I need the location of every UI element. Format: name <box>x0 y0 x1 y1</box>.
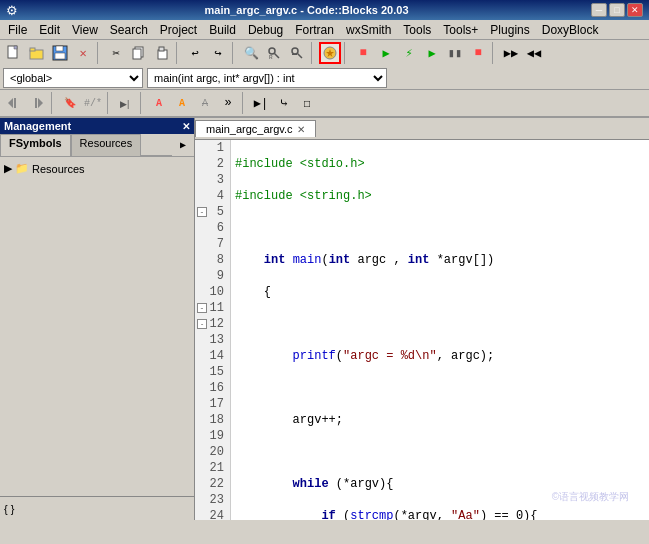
menu-wxsmith[interactable]: wxSmith <box>340 21 397 39</box>
dropdown-bar: <global> main(int argc, int* argv[]) : i… <box>0 66 649 90</box>
toolbar-row-2: 🔖 #/* ▶| A A A » ▶| ⤷ ☐ <box>0 90 649 117</box>
extra-btn2[interactable]: ⤷ <box>273 92 295 114</box>
toolbar2-sep-4 <box>242 92 247 114</box>
line-4: 4 <box>195 188 230 204</box>
fold-12[interactable]: - <box>197 319 207 329</box>
svg-marker-17 <box>8 98 13 108</box>
line-8: 8 <box>195 252 230 268</box>
more-btn[interactable]: » <box>217 92 239 114</box>
save-file-button[interactable] <box>49 42 71 64</box>
menu-file[interactable]: File <box>2 21 33 39</box>
paste-button[interactable] <box>151 42 173 64</box>
scope-dropdown[interactable]: <global> <box>3 68 143 88</box>
build-settings-button[interactable] <box>319 42 341 64</box>
line-14: 14 <box>195 348 230 364</box>
close-button[interactable]: ✕ <box>627 3 643 17</box>
bottom-panel-indicator: { } <box>0 496 194 520</box>
svg-rect-9 <box>159 47 164 51</box>
folder-icon: 📁 <box>15 162 29 175</box>
jump-back-button[interactable] <box>3 92 25 114</box>
fold-5[interactable]: - <box>197 207 207 217</box>
tree-item-resources[interactable]: ▶ 📁 Resources <box>4 161 190 176</box>
pause-button[interactable]: ▮▮ <box>444 42 466 64</box>
title-bar: ⚙ main_argc_argv.c - Code::Blocks 20.03 … <box>0 0 649 20</box>
bookmark-button[interactable]: 🔖 <box>59 92 81 114</box>
comment-button[interactable]: #/* <box>82 92 104 114</box>
highlight-clear[interactable]: A <box>194 92 216 114</box>
go-to-line-button[interactable]: ▶| <box>115 92 137 114</box>
menu-search[interactable]: Search <box>104 21 154 39</box>
menu-debug[interactable]: Debug <box>242 21 289 39</box>
extra-btn1[interactable]: ▶| <box>250 92 272 114</box>
toolbar-sep-2 <box>176 42 181 64</box>
redo-button[interactable]: ↪ <box>207 42 229 64</box>
line-9: 9 <box>195 268 230 284</box>
svg-rect-7 <box>133 49 141 59</box>
run-button[interactable]: ▶ <box>375 42 397 64</box>
menu-toolsplus[interactable]: Tools+ <box>437 21 484 39</box>
copy-button[interactable] <box>128 42 150 64</box>
code-line-8 <box>235 380 645 396</box>
panel-nav-right[interactable]: ▶ <box>172 134 194 156</box>
replace-button[interactable]: R <box>263 42 285 64</box>
file-tab-main[interactable]: main_argc_argv.c ✕ <box>195 120 316 137</box>
menu-build[interactable]: Build <box>203 21 242 39</box>
build-run-button[interactable]: ⚡ <box>398 42 420 64</box>
svg-rect-2 <box>30 48 35 51</box>
open-file-button[interactable] <box>26 42 48 64</box>
menu-doxyblock[interactable]: DoxyBlock <box>536 21 605 39</box>
maximize-button[interactable]: □ <box>609 3 625 17</box>
menu-tools[interactable]: Tools <box>397 21 437 39</box>
menu-edit[interactable]: Edit <box>33 21 66 39</box>
new-file-button[interactable] <box>3 42 25 64</box>
find-button[interactable]: 🔍 <box>240 42 262 64</box>
debug-button[interactable]: ▶ <box>421 42 443 64</box>
menu-plugins[interactable]: Plugins <box>484 21 535 39</box>
line-1: 1 <box>195 140 230 156</box>
toolbar2-sep-1 <box>51 92 56 114</box>
menu-view[interactable]: View <box>66 21 104 39</box>
panel-content: ▶ 📁 Resources <box>0 157 194 496</box>
minimize-button[interactable]: ─ <box>591 3 607 17</box>
line-3: 3 <box>195 172 230 188</box>
line-11: 11- <box>195 300 230 316</box>
highlight-btn2[interactable]: A <box>171 92 193 114</box>
fold-11[interactable]: - <box>197 303 207 313</box>
prev-button[interactable]: ◀◀ <box>523 42 545 64</box>
toolbar-sep-4 <box>311 42 316 64</box>
stop-debug-button[interactable]: ■ <box>467 42 489 64</box>
function-dropdown[interactable]: main(int argc, int* argv[]) : int <box>147 68 387 88</box>
code-area: main_argc_argv.c ✕ 1 2 3 4 5- 6 7 8 9 10… <box>195 118 649 520</box>
svg-marker-19 <box>38 98 43 108</box>
code-line-3 <box>235 220 645 236</box>
code-content[interactable]: #include <stdio.h> #include <string.h> i… <box>231 140 649 520</box>
stop-button[interactable]: ■ <box>352 42 374 64</box>
code-line-7: printf("argc = %d\n", argc); <box>235 348 645 364</box>
panel-close-button[interactable]: ✕ <box>182 121 190 132</box>
tab-fsymbols[interactable]: FSymbols <box>0 134 71 156</box>
close-file-button[interactable]: ✕ <box>72 42 94 64</box>
toolbar2-sep-3 <box>140 92 145 114</box>
toolbar-row-1: ✕ ✂ ↩ ↪ 🔍 R ■ ▶ ⚡ ▶ ▮▮ <box>0 40 649 66</box>
menu-fortran[interactable]: Fortran <box>289 21 340 39</box>
cut-button[interactable]: ✂ <box>105 42 127 64</box>
code-line-4: int main(int argc , int *argv[]) <box>235 252 645 268</box>
line-20: 20 <box>195 444 230 460</box>
svg-text:▶|: ▶| <box>120 99 129 109</box>
line-13: 13 <box>195 332 230 348</box>
jump-fwd-button[interactable] <box>26 92 48 114</box>
code-line-12: if (strcmp(*argv, "Aa") == 0){ <box>235 508 645 520</box>
extra-btn3[interactable]: ☐ <box>296 92 318 114</box>
next-button[interactable]: ▶▶ <box>500 42 522 64</box>
line-15: 15 <box>195 364 230 380</box>
highlight-btn1[interactable]: A <box>148 92 170 114</box>
file-tab-close[interactable]: ✕ <box>297 124 305 135</box>
find-in-files-button[interactable] <box>286 42 308 64</box>
tab-resources[interactable]: Resources <box>71 134 142 156</box>
panel-title-bar: Management ✕ <box>0 118 194 134</box>
window-controls: ─ □ ✕ <box>591 3 643 17</box>
undo-button[interactable]: ↩ <box>184 42 206 64</box>
line-18: 18 <box>195 412 230 428</box>
svg-rect-20 <box>35 98 37 108</box>
menu-project[interactable]: Project <box>154 21 203 39</box>
